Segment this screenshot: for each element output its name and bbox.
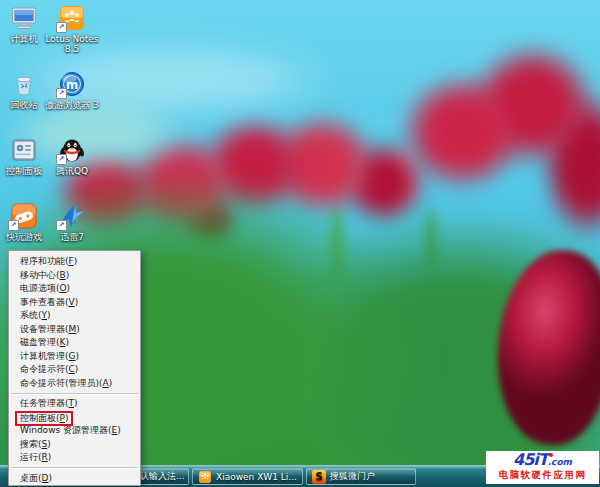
menu-item-命令提示符[interactable]: 命令提示符(管理员)(A) (9, 377, 140, 391)
game-box-icon: ↗ (10, 202, 38, 230)
menu-item-运行[interactable]: 运行(R) (9, 451, 140, 465)
taskbar-button-input-method[interactable]: 认输入法... (134, 468, 189, 485)
svg-text:m: m (66, 78, 79, 92)
menu-item-磁盘管理[interactable]: 磁盘管理(K) (9, 336, 140, 350)
desktop-icon-label: 腾讯QQ (44, 166, 100, 176)
watermark-site-text: 45iT (513, 451, 548, 469)
menu-item-label: 设备管理器(M) (20, 324, 80, 334)
desktop-icon-label: 傲游浏览器 3 (44, 100, 100, 110)
taskbar-button-lotus-notes[interactable]: Xiaowen XW1 Li... (192, 468, 303, 485)
control-panel-icon (10, 136, 38, 164)
menu-item-系统[interactable]: 系统(Y) (9, 309, 140, 323)
taskbar-button-label: 搜狐微门户 (330, 470, 375, 483)
menu-item-label: 命令提示符(管理员)(A) (20, 378, 112, 388)
menu-item-搜索[interactable]: 搜索(S) (9, 438, 140, 452)
menu-item-label: 程序和功能(F) (20, 256, 77, 266)
menu-item-任务管理器[interactable]: 任务管理器(T) (9, 397, 140, 411)
menu-item-label: 系统(Y) (20, 310, 51, 320)
menu-item-命令提示符[interactable]: 命令提示符(C) (9, 363, 140, 377)
watermark-domain-text: .com (548, 457, 572, 467)
desktop-icon-lotus-notes[interactable]: ↗ Lotus Notes 8.5 (46, 4, 98, 70)
menu-item-label: Windows 资源管理器(E) (20, 425, 121, 435)
xunlei7-icon: ↗ (58, 202, 86, 230)
menu-item-计算机管理[interactable]: 计算机管理(G) (9, 350, 140, 364)
tencent-qq-icon: ↗ (58, 136, 86, 164)
desktop-icon-control-panel[interactable]: 控制面板 (2, 136, 46, 202)
desktop-icon-computer[interactable]: 计算机 (2, 4, 46, 70)
recycle-bin-icon (10, 70, 38, 98)
menu-separator (11, 393, 138, 395)
menu-item-label: 命令提示符(C) (20, 364, 78, 374)
maxthon-browser-icon: m↗ (58, 70, 86, 98)
menu-item-label: 电源选项(O) (20, 283, 70, 293)
menu-item-控制面板[interactable]: 控制面板(P) (9, 411, 140, 425)
shortcut-arrow-icon: ↗ (56, 220, 67, 231)
menu-item-label: 移动中心(B) (20, 270, 69, 280)
menu-item-label: 计算机管理(G) (20, 351, 79, 361)
menu-separator (11, 467, 138, 469)
computer-icon (10, 4, 38, 32)
watermark-logo: 45iT.com (486, 451, 599, 468)
taskbar-button-sohu[interactable]: S 搜狐微门户 (306, 468, 416, 485)
sohu-icon: S (312, 470, 326, 484)
quick-access-menu: 程序和功能(F)移动中心(B)电源选项(O)事件查看器(V)系统(Y)设备管理器… (8, 250, 141, 486)
lotus-notes-icon: ↗ (58, 4, 86, 32)
taskbar-button-label: 认输入法... (140, 470, 185, 483)
desktop-icon-maxthon-browser[interactable]: m↗ 傲游浏览器 3 (46, 70, 98, 136)
desktop-screen: 计算机 ↗ Lotus Notes 8.5 回收站 m↗ 傲游浏览器 3 控制面… (0, 0, 600, 487)
menu-item-电源选项[interactable]: 电源选项(O) (9, 282, 140, 296)
taskbar-button-label: Xiaowen XW1 Li... (216, 472, 297, 482)
menu-item-label: 事件查看器(V) (20, 297, 78, 307)
menu-item-移动中心[interactable]: 移动中心(B) (9, 269, 140, 283)
watermark-tagline: 电脑软硬件应用网 (486, 468, 599, 481)
shortcut-arrow-icon: ↗ (56, 22, 67, 33)
watermark: 45iT.com 电脑软硬件应用网 (486, 451, 599, 484)
menu-item-事件查看器[interactable]: 事件查看器(V) (9, 296, 140, 310)
desktop-icon-grid: 计算机 ↗ Lotus Notes 8.5 回收站 m↗ 傲游浏览器 3 控制面… (2, 4, 98, 268)
menu-item-label: 运行(R) (20, 452, 51, 462)
menu-item-label: 磁盘管理(K) (20, 337, 69, 347)
menu-item-桌面[interactable]: 桌面(D) (9, 472, 140, 486)
menu-item-程序和功能[interactable]: 程序和功能(F) (9, 255, 140, 269)
desktop-icon-tencent-qq[interactable]: ↗ 腾讯QQ (46, 136, 98, 202)
menu-item-label: 桌面(D) (20, 473, 52, 483)
shortcut-arrow-icon: ↗ (56, 88, 67, 99)
menu-item-label: 搜索(S) (20, 439, 51, 449)
shortcut-arrow-icon: ↗ (8, 220, 19, 231)
menu-item-label: 任务管理器(T) (20, 398, 78, 408)
desktop-icon-label: 迅雷7 (44, 232, 100, 242)
lotus-notes-icon (198, 470, 212, 484)
shortcut-arrow-icon: ↗ (56, 154, 67, 165)
menu-item-设备管理器[interactable]: 设备管理器(M) (9, 323, 140, 337)
menu-item-Windows 资源管理器[interactable]: Windows 资源管理器(E) (9, 424, 140, 438)
desktop-icon-label: Lotus Notes 8.5 (44, 34, 100, 54)
desktop-icon-recycle-bin[interactable]: 回收站 (2, 70, 46, 136)
watermark-red-dot (549, 453, 553, 457)
